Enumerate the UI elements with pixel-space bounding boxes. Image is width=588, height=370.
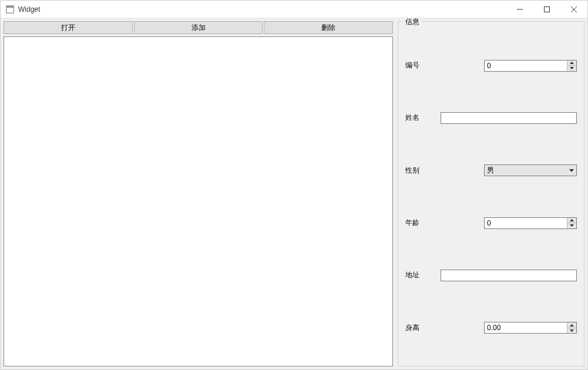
gender-combobox[interactable]: 男 [484, 164, 577, 176]
height-spin-down-icon[interactable] [567, 328, 576, 334]
open-button[interactable]: 打开 [4, 21, 133, 34]
main-window: Widget 打开 添加 删除 信息 [0, 0, 588, 370]
name-row: 姓名 [405, 112, 577, 124]
address-row: 地址 [405, 270, 577, 281]
svg-rect-1 [6, 5, 14, 8]
left-panel: 打开 添加 删除 [4, 21, 393, 366]
height-spinbox[interactable]: 0.00 [484, 322, 577, 334]
height-spin-up-icon[interactable] [567, 322, 576, 328]
content-area: 打开 添加 删除 信息 编号 0 [1, 18, 587, 369]
age-label: 年龄 [405, 218, 441, 228]
id-spinbox[interactable]: 0 [484, 60, 577, 72]
groupbox-title: 信息 [403, 17, 422, 27]
svg-marker-9 [570, 219, 574, 221]
titlebar: Widget [1, 1, 587, 18]
age-spinbox[interactable]: 0 [484, 217, 577, 229]
minimize-button[interactable] [506, 1, 533, 18]
height-row: 身高 0.00 [405, 322, 577, 334]
svg-marker-12 [570, 329, 574, 332]
age-value: 0 [485, 218, 567, 228]
svg-marker-6 [570, 62, 574, 64]
delete-button[interactable]: 删除 [264, 21, 393, 34]
add-button[interactable]: 添加 [134, 21, 263, 34]
id-label: 编号 [405, 60, 441, 70]
height-value: 0.00 [485, 322, 567, 333]
gender-label: 性别 [405, 166, 441, 176]
svg-rect-3 [545, 6, 550, 12]
name-label: 姓名 [405, 113, 441, 123]
toolbar: 打开 添加 删除 [4, 21, 393, 34]
id-spin-down-icon[interactable] [567, 66, 576, 71]
maximize-button[interactable] [533, 1, 560, 18]
age-spin-up-icon[interactable] [567, 218, 576, 224]
id-row: 编号 0 [405, 60, 577, 72]
address-input[interactable] [441, 270, 577, 281]
svg-marker-11 [570, 324, 574, 327]
id-spin-controls [567, 60, 576, 71]
age-spin-down-icon[interactable] [567, 223, 576, 228]
gender-row: 性别 男 [405, 164, 577, 176]
id-value: 0 [485, 60, 567, 71]
list-view[interactable] [4, 36, 393, 366]
height-label: 身高 [405, 323, 441, 333]
address-label: 地址 [405, 270, 441, 280]
app-icon [5, 5, 15, 14]
form: 编号 0 姓名 [398, 28, 584, 366]
svg-marker-8 [569, 169, 574, 172]
window-controls [506, 1, 587, 18]
chevron-down-icon [567, 165, 576, 176]
gender-value: 男 [485, 165, 567, 176]
svg-marker-10 [570, 224, 574, 227]
height-spin-controls [567, 322, 576, 333]
right-panel: 信息 编号 0 [398, 21, 584, 366]
svg-marker-7 [570, 67, 574, 69]
close-button[interactable] [560, 1, 587, 18]
id-spin-up-icon[interactable] [567, 60, 576, 66]
info-groupbox: 信息 编号 0 [398, 21, 584, 366]
name-input[interactable] [441, 112, 577, 124]
age-spin-controls [567, 218, 576, 228]
window-title: Widget [18, 5, 506, 14]
age-row: 年龄 0 [405, 217, 577, 229]
